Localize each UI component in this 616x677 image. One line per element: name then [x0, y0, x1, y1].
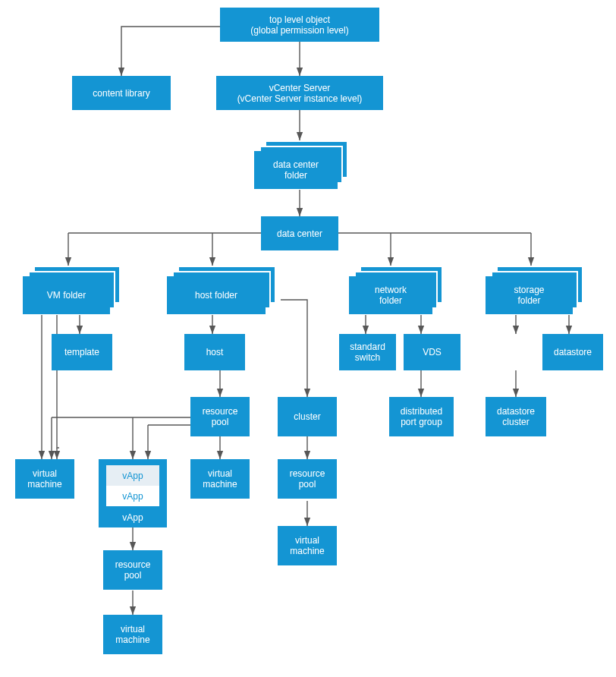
label: cluster: [502, 417, 529, 427]
label: switch: [355, 352, 380, 363]
label: data center: [277, 228, 322, 239]
node-standard-switch: standard switch: [339, 334, 396, 370]
node-resource-pool-vapp: resource pool: [103, 550, 162, 590]
node-vcenter-server: vCenter Server (vCenter Server instance …: [216, 76, 383, 110]
label: data center: [273, 159, 319, 170]
label: virtual: [295, 535, 319, 546]
node-data-center: data center: [261, 216, 338, 250]
label: vCenter Server: [269, 83, 331, 93]
label: folder: [284, 170, 307, 181]
label: resource: [290, 468, 325, 479]
label: port group: [401, 417, 442, 427]
label: folder: [379, 295, 402, 306]
node-virtual-machine-vapp: virtual machine: [103, 615, 162, 654]
label: pool: [212, 417, 229, 427]
label: template: [64, 347, 99, 357]
label: virtual: [208, 468, 232, 479]
vapp-outer-label: vApp: [99, 512, 167, 523]
label: (vCenter Server instance level): [237, 93, 363, 104]
label: vApp: [122, 491, 143, 502]
label: top level object: [269, 14, 330, 25]
node-resource-pool-host: resource pool: [190, 397, 250, 436]
label: host: [206, 347, 224, 357]
node-resource-pool-cluster: resource pool: [278, 459, 337, 499]
node-vm-folder: VM folder: [23, 266, 125, 315]
label: standard: [350, 342, 385, 352]
vapp-inner-top: vApp: [106, 465, 159, 486]
node-datastore-cluster: datastore cluster: [486, 397, 546, 436]
label: VDS: [423, 347, 442, 357]
node-virtual-machine-left: virtual machine: [15, 459, 74, 499]
node-distributed-port-group: distributed port group: [389, 397, 454, 436]
node-host: host: [184, 334, 245, 370]
node-content-library: content library: [72, 76, 171, 110]
node-host-folder: host folder: [167, 266, 281, 315]
label: VM folder: [47, 290, 86, 301]
label: storage: [514, 285, 544, 295]
label: machine: [290, 546, 324, 556]
label: cluster: [294, 411, 320, 422]
label: vApp: [122, 471, 143, 481]
label: folder: [517, 295, 540, 306]
label: machine: [115, 634, 149, 645]
label: machine: [203, 479, 237, 490]
node-virtual-machine-cluster: virtual machine: [278, 526, 337, 565]
label: virtual: [33, 468, 57, 479]
label: pool: [299, 479, 316, 490]
label: machine: [27, 479, 61, 490]
label: pool: [124, 570, 142, 581]
label: virtual: [121, 624, 145, 634]
node-network-folder: network folder: [349, 266, 448, 315]
label: distributed: [401, 406, 442, 417]
label: network: [375, 285, 407, 295]
label: content library: [93, 88, 149, 99]
node-datastore: datastore: [542, 334, 603, 370]
label: datastore: [554, 347, 592, 357]
node-vds: VDS: [404, 334, 460, 370]
node-template: template: [52, 334, 112, 370]
node-cluster: cluster: [278, 397, 337, 436]
diagram-canvas: { "colors": { "node": "#1495d3", "text":…: [0, 0, 616, 677]
label: resource: [203, 406, 238, 417]
vapp-inner-bottom: vApp: [106, 486, 159, 506]
label: (global permission level): [250, 25, 348, 36]
node-top-level-object: top level object (global permission leve…: [220, 8, 379, 42]
node-vapp: vApp vApp vApp: [99, 459, 167, 527]
label: vApp: [122, 512, 143, 523]
node-virtual-machine-host-rp: virtual machine: [190, 459, 250, 499]
label: datastore: [497, 406, 535, 417]
node-storage-folder: storage folder: [486, 266, 588, 315]
label: resource: [115, 559, 151, 570]
node-data-center-folder: data center folder: [254, 140, 353, 190]
label: host folder: [195, 290, 237, 301]
